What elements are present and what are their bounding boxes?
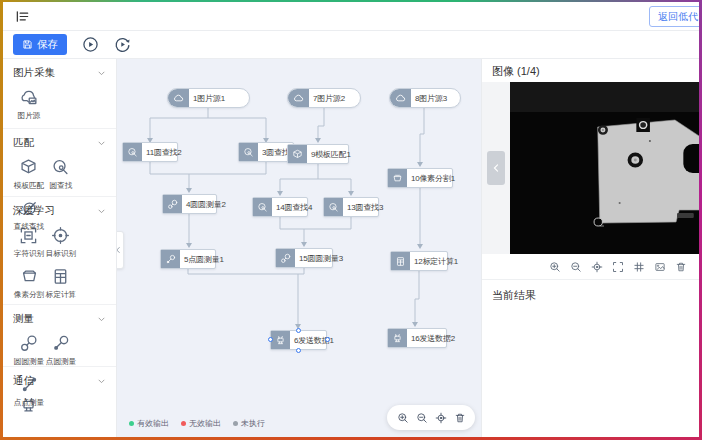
sidebar-item-calibration-calc[interactable]: 标定计算 <box>45 267 76 300</box>
target-icon <box>51 226 70 245</box>
preview-title: 图像 (1/4) <box>482 59 699 82</box>
trash-icon[interactable] <box>675 261 687 273</box>
basket-icon <box>388 169 407 187</box>
prev-image-button[interactable] <box>487 151 505 185</box>
sidebar-item-circle-find[interactable]: 圆查找 <box>45 158 76 191</box>
grid-icon[interactable] <box>633 261 645 273</box>
sidebar-item-object-detect[interactable]: 目标识别 <box>45 226 76 259</box>
circle-search-icon <box>324 198 343 216</box>
locate-icon[interactable] <box>591 261 603 273</box>
node-handle[interactable] <box>325 337 330 342</box>
step-play-icon <box>114 36 131 53</box>
sidebar-item-point-circle-measure[interactable]: 点圆测量 <box>45 334 76 367</box>
cloud-icon <box>390 89 411 107</box>
category-header[interactable]: 深度学习 <box>13 204 106 218</box>
trash-icon[interactable] <box>454 412 466 424</box>
circle-circle-measure-icon <box>163 195 182 213</box>
send-device-icon <box>271 331 290 349</box>
fullscreen-icon[interactable] <box>612 261 624 273</box>
send-device-icon <box>388 329 407 347</box>
category-measurement: 测量 圆圆测量 点圆测量 <box>3 305 116 367</box>
flow-node-point-circle-measure-1[interactable]: 5点圆测量1 <box>160 249 216 269</box>
flow-node-circle-find-2[interactable]: 11圆查找2 <box>122 142 178 162</box>
legend-valid-output: 有效输出 <box>129 418 169 429</box>
zoom-out-icon[interactable] <box>416 412 428 424</box>
flow-canvas[interactable]: 1图片源1 7图片源2 8图片源3 11圆查找2 3圆查找1 <box>117 59 481 437</box>
app-window: 返回低代 保存 图片采集 <box>0 0 702 440</box>
table-icon <box>51 267 70 286</box>
chevron-down-icon <box>97 207 106 216</box>
save-button-label: 保存 <box>37 38 58 52</box>
save-icon <box>22 39 33 50</box>
category-header[interactable]: 测量 <box>13 312 106 326</box>
play-icon <box>82 36 99 53</box>
node-handle[interactable] <box>268 337 273 342</box>
legend-not-executed: 未执行 <box>233 418 265 429</box>
flow-node-image-source-1[interactable]: 1图片源1 <box>167 88 250 108</box>
sidebar-item-template-match[interactable]: 模板匹配 <box>13 158 44 191</box>
camera-image-preview[interactable] <box>510 82 699 254</box>
category-deep-learning: 深度学习 字符识别 目标识别 <box>3 197 116 305</box>
sidebar-collapse-handle[interactable] <box>117 231 124 269</box>
chevron-left-icon <box>117 246 122 254</box>
flow-node-circle-find-3[interactable]: 13圆查找3 <box>323 197 379 217</box>
inspection-part-image <box>510 82 699 254</box>
run-once-button[interactable] <box>113 36 131 54</box>
flow-node-send-data-1[interactable]: 6发送数据1 <box>270 330 327 350</box>
basket-icon <box>20 267 39 286</box>
flow-node-image-source-3[interactable]: 8图片源3 <box>389 88 461 108</box>
chevron-down-icon <box>97 315 106 324</box>
image-toolbar <box>482 254 699 280</box>
point-circle-measure-icon <box>51 334 70 353</box>
current-result-title: 当前结果 <box>482 280 699 311</box>
back-to-lowcode-button[interactable]: 返回低代 <box>649 6 699 27</box>
run-button[interactable] <box>81 36 99 54</box>
node-handle[interactable] <box>296 348 301 353</box>
circle-circle-measure-icon <box>19 334 38 353</box>
header-bar: 返回低代 <box>3 2 699 31</box>
flow-node-send-data-2[interactable]: 16发送数据2 <box>387 328 447 348</box>
flow-node-circle-find-4[interactable]: 14圆查找4 <box>252 197 308 217</box>
cube-icon <box>19 158 38 177</box>
sidebar-item-image-source[interactable]: 图片源 <box>13 88 44 121</box>
canvas-zoom-controls <box>387 405 475 430</box>
circle-search-icon <box>123 143 142 161</box>
circle-circle-measure-icon <box>276 249 295 267</box>
circle-search-icon <box>51 158 70 177</box>
flow-node-circle-circle-measure-3[interactable]: 15圆圆测量3 <box>275 248 333 268</box>
category-header[interactable]: 通信 <box>13 374 106 388</box>
flow-node-pixel-segment-1[interactable]: 10像素分割1 <box>387 168 453 188</box>
circle-search-icon <box>239 143 258 161</box>
chevron-down-icon <box>97 377 106 386</box>
flow-node-template-match-1[interactable]: 9模板匹配1 <box>287 144 349 164</box>
flow-node-calibration-calc-1[interactable]: 12标定计算1 <box>390 251 448 271</box>
image-export-icon[interactable] <box>654 261 666 273</box>
locate-icon[interactable] <box>435 412 447 424</box>
flow-node-circle-find-1[interactable]: 3圆查找1 <box>238 142 294 162</box>
node-handle[interactable] <box>296 328 301 333</box>
table-icon <box>391 252 410 270</box>
category-matching: 匹配 模板匹配 圆查找 直 <box>3 129 116 197</box>
category-header[interactable]: 匹配 <box>13 136 106 150</box>
zoom-out-icon[interactable] <box>570 261 582 273</box>
sidebar-item-circle-circle-measure[interactable]: 圆圆测量 <box>13 334 44 367</box>
chevron-down-icon <box>97 69 106 78</box>
point-circle-measure-icon <box>161 250 180 268</box>
toolbar: 保存 <box>3 31 699 59</box>
sidebar-item-pixel-segment[interactable]: 像素分割 <box>14 267 45 300</box>
gray-dot-icon <box>233 421 238 426</box>
chevron-down-icon <box>97 139 106 148</box>
flow-node-image-source-2[interactable]: 7图片源2 <box>287 88 361 108</box>
zoom-in-icon[interactable] <box>397 412 409 424</box>
chevron-left-icon <box>491 163 501 173</box>
category-header[interactable]: 图片采集 <box>13 66 106 80</box>
image-nav-strip <box>482 82 510 254</box>
cloud-icon <box>168 89 189 107</box>
menu-icon[interactable] <box>15 9 30 24</box>
save-button[interactable]: 保存 <box>13 34 67 55</box>
cloud-image-icon <box>19 88 38 107</box>
zoom-in-icon[interactable] <box>549 261 561 273</box>
green-dot-icon <box>129 421 134 426</box>
category-image-acquisition: 图片采集 图片源 <box>3 59 116 129</box>
flow-node-circle-circle-measure-2[interactable]: 4圆圆测量2 <box>162 194 217 214</box>
